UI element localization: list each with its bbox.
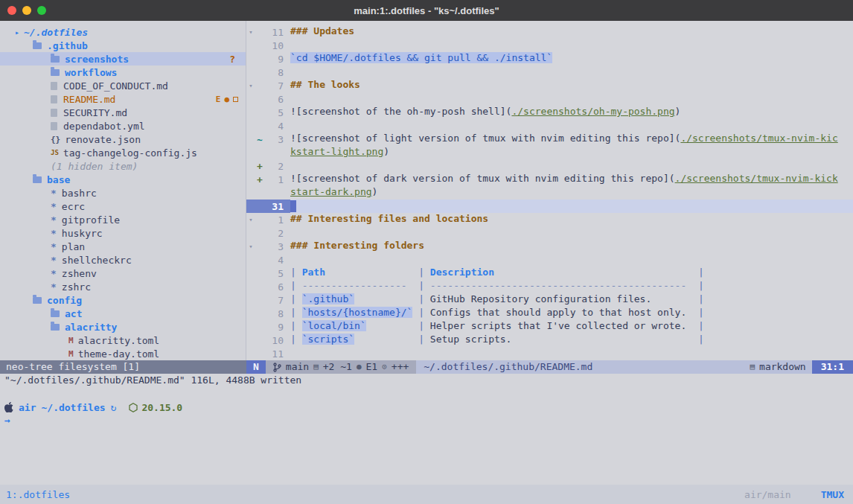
zoom-button[interactable]	[37, 6, 46, 15]
tree-item-theme-day.toml[interactable]: Mtheme-day.toml	[0, 347, 246, 360]
gutter: 10	[246, 334, 290, 347]
toml-icon: M	[68, 336, 74, 345]
line-number: 9	[264, 54, 284, 65]
close-button[interactable]	[7, 6, 16, 15]
editor-line[interactable]: 10	[246, 39, 853, 52]
javascript-icon: JS	[51, 149, 59, 156]
editor-line[interactable]: 5| Path | Description |	[246, 267, 853, 280]
text-segment-p: |	[698, 267, 704, 278]
shell-file-icon: *	[51, 241, 57, 252]
editor-line[interactable]: 10| `scripts` | Setup scripts. |	[246, 334, 853, 347]
tree-item-plan[interactable]: *plan	[0, 240, 246, 253]
tree-item-label: README.md	[63, 94, 115, 105]
line-number: 8	[264, 67, 284, 78]
tree-item-huskyrc[interactable]: *huskyrc	[0, 226, 246, 240]
tree-item-zshenv[interactable]: *zshenv	[0, 267, 246, 280]
gutter: 2	[246, 226, 290, 240]
tree-item-.github[interactable]: .github	[0, 39, 246, 52]
text-segment-u: ./screenshots/tmux-nvim-kick	[675, 173, 838, 184]
text-segment-t	[686, 307, 698, 318]
editor-line[interactable]: kstart-light.png)	[246, 146, 853, 159]
editor-line[interactable]: 6| ------------------ | ----------------…	[246, 280, 853, 293]
editor-line-current[interactable]: 31	[246, 200, 853, 213]
editor-line[interactable]: 5![screenshot of the oh-my-posh shell](.…	[246, 106, 853, 119]
tree-item-workflows[interactable]: workflows	[0, 66, 246, 79]
tree-item-ecrc[interactable]: *ecrc	[0, 200, 246, 213]
folder-icon	[51, 56, 60, 63]
editor-line[interactable]: ▾7## The looks	[246, 79, 853, 92]
tree-item-label: theme-day.toml	[78, 348, 160, 360]
fold-chevron-icon[interactable]: ▾	[246, 216, 255, 223]
tree-item-act[interactable]: act	[0, 307, 246, 320]
editor-line[interactable]: 4	[246, 253, 853, 267]
text-segment-t: ![screenshot of dark version of tmux wit…	[290, 173, 675, 184]
tree-item-shellcheckrc[interactable]: *shellcheckrc	[0, 253, 246, 267]
tree-item-readme.md[interactable]: README.mdE●	[0, 92, 246, 106]
terminal-window: main:1:.dotfiles - "ks~/.dotfiles" ▸~/.d…	[0, 0, 853, 504]
prompt-input-line[interactable]: →	[0, 414, 853, 427]
file-icon	[51, 82, 57, 90]
line-text: ![screenshot of dark version of tmux wit…	[290, 173, 853, 186]
tree-item-code-of-conduct.md[interactable]: CODE_OF_CONDUCT.md	[0, 79, 246, 92]
text-segment-h: ## The looks	[290, 79, 360, 90]
tree-item-renovate.json[interactable]: {}renovate.json	[0, 133, 246, 146]
fold-chevron-icon[interactable]: ▾	[246, 243, 255, 250]
fold-chevron-icon[interactable]: ▾	[246, 82, 255, 89]
folder-icon	[33, 42, 42, 49]
gutter: 8	[246, 307, 290, 320]
tree-item-label: alacritty	[65, 322, 117, 333]
tree-item-~-.dotfiles[interactable]: ▸~/.dotfiles	[0, 25, 246, 39]
editor-line[interactable]: 4	[246, 119, 853, 133]
tree-item-alacritty.toml[interactable]: Malacritty.toml	[0, 334, 246, 347]
line-number: 11	[264, 348, 284, 360]
editor-line[interactable]: 8	[246, 66, 853, 79]
editor-line[interactable]: ▾11### Updates	[246, 25, 853, 39]
editor-buffer[interactable]: ▾11### Updates109`cd $HOME/.dotfiles && …	[246, 21, 853, 360]
tree-item-base[interactable]: base	[0, 173, 246, 186]
tree-item-tag-changelog-config.js[interactable]: JStag-changelog-config.js	[0, 146, 246, 159]
line-number: 9	[264, 322, 284, 333]
status-badge: ●	[224, 95, 229, 104]
editor-line[interactable]: ▾1## Interesting files and locations	[246, 213, 853, 226]
gutter: ▾1	[246, 213, 290, 226]
editor-line[interactable]: 8| `hosts/{hostname}/` | Configs that sh…	[246, 307, 853, 320]
editor-line[interactable]: 2	[246, 226, 853, 240]
editor-line[interactable]: 7| `.github` | GitHub Repository configu…	[246, 293, 853, 307]
node-hexagon-icon	[129, 403, 138, 412]
text-segment-t: GitHub Repository configuration files.	[430, 293, 651, 304]
tree-item-gitprofile[interactable]: *gitprofile	[0, 213, 246, 226]
line-number: 6	[264, 281, 284, 293]
text-segment-t	[511, 334, 697, 345]
minimize-button[interactable]	[22, 6, 31, 15]
line-number: 2	[264, 161, 284, 172]
tree-item--1-hidden-item-[interactable]: (1 hidden item)	[0, 159, 246, 173]
editor-line[interactable]: 11	[246, 347, 853, 360]
fold-chevron-icon[interactable]: ▾	[246, 28, 255, 36]
line-number: 6	[264, 94, 284, 105]
editor-line[interactable]: ~3![screenshot of light version of tmux …	[246, 133, 853, 146]
vim-message: "~/.dotfiles/.github/README.md" 116L, 44…	[0, 374, 853, 387]
editor-line[interactable]: 6	[246, 92, 853, 106]
gutter: +2	[246, 159, 290, 173]
text-segment-p: |	[418, 293, 430, 304]
tree-item-bashrc[interactable]: *bashrc	[0, 186, 246, 200]
tree-item-dependabot.yml[interactable]: dependabot.yml	[0, 119, 246, 133]
terminal-area: "~/.dotfiles/.github/README.md" 116L, 44…	[0, 374, 853, 504]
tree-item-screenshots[interactable]: screenshots?	[0, 52, 246, 66]
tree-item-security.md[interactable]: SECURITY.md	[0, 106, 246, 119]
editor-line[interactable]: 9`cd $HOME/.dotfiles && git pull && ./in…	[246, 52, 853, 66]
gutter: 5	[246, 267, 290, 280]
line-text: start-dark.png)	[290, 186, 853, 200]
tree-item-config[interactable]: config	[0, 293, 246, 307]
tmux-window-tab[interactable]: 1:.dotfiles	[6, 489, 70, 500]
editor-line[interactable]: +1![screenshot of dark version of tmux w…	[246, 173, 853, 186]
editor-line[interactable]: +2	[246, 159, 853, 173]
editor-line[interactable]: 9| `local/bin` | Helper scripts that I'v…	[246, 320, 853, 334]
neo-tree-panel[interactable]: ▸~/.dotfiles.githubscreenshots?workflows…	[0, 21, 246, 360]
tree-item-alacritty[interactable]: alacritty	[0, 320, 246, 334]
text-segment-d: ------------------	[302, 280, 407, 291]
tree-item-zshrc[interactable]: *zshrc	[0, 280, 246, 293]
editor-line[interactable]: start-dark.png)	[246, 186, 853, 200]
tree-item-label: zshenv	[62, 268, 97, 279]
editor-line[interactable]: ▾3### Interesting folders	[246, 240, 853, 253]
